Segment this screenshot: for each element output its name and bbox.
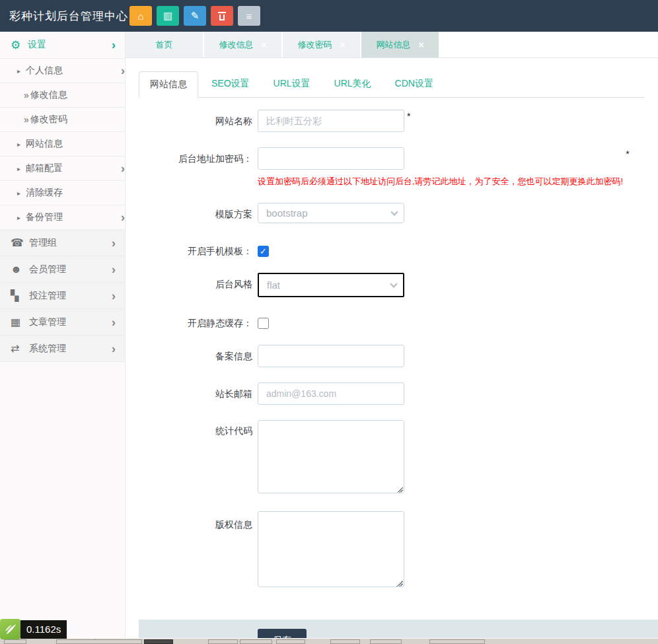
content-panel: 网站信息 SEO设置 URL设置 URL美化 CDN设置 网站名称 * 后台地址…	[126, 58, 658, 638]
home-icon: ⌂	[137, 11, 143, 22]
close-icon[interactable]: ×	[340, 40, 345, 50]
chevron-right-icon: ›	[121, 66, 125, 75]
template-select[interactable]: bootstrap	[258, 203, 404, 223]
tab-url-settings[interactable]: URL设置	[263, 71, 321, 97]
recycle-icon: ⇄	[11, 342, 29, 355]
check-icon: ✓	[260, 246, 267, 256]
tab-site-info[interactable]: 网站信息 ×	[361, 32, 439, 57]
chevron-right-icon: ›	[112, 318, 116, 327]
main-area: 首页 修改信息 × 修改密码 × 网站信息 × 网站信息 SEO设置 URL设置…	[126, 32, 658, 638]
sidebar-item-label: 会员管理	[29, 264, 112, 275]
sidebar-item-betting[interactable]: ▚ 投注管理 ›	[0, 283, 125, 309]
caret-right-icon: ▸	[17, 214, 20, 221]
chevron-right-icon: ›	[121, 164, 125, 173]
tab-home[interactable]: 首页	[126, 32, 203, 57]
double-angle-icon: »	[24, 90, 29, 100]
field-label: 后台地址加密码：	[139, 147, 252, 170]
grid-icon: ▥	[163, 10, 172, 22]
list-button[interactable]: ≡	[238, 6, 260, 26]
field-label: 网站名称	[139, 110, 252, 132]
sidebar-item-label: 清除缓存	[26, 187, 125, 199]
sidebar-item-label: 个人信息	[26, 65, 121, 77]
sidebar-item-email-config[interactable]: ▸ 邮箱配置 ›	[0, 157, 125, 181]
field-label: 统计代码	[139, 424, 252, 437]
caret-right-icon: ▸	[17, 190, 20, 197]
sidebar-item-label: 文章管理	[29, 316, 112, 328]
taskbar-button[interactable]	[370, 639, 402, 644]
sidebar-item-label: 投注管理	[29, 290, 112, 302]
content-navtabs: 网站信息 SEO设置 URL设置 URL美化 CDN设置	[139, 71, 645, 98]
field-label: 备案信息	[139, 345, 252, 367]
chevron-right-icon: ›	[112, 40, 116, 50]
tab-site-info-section[interactable]: 网站信息	[139, 71, 198, 98]
tab-seo-settings[interactable]: SEO设置	[201, 71, 260, 97]
taskbar-button[interactable]	[4, 639, 26, 644]
static-cache-checkbox[interactable]	[258, 318, 269, 329]
taskbar-button[interactable]	[208, 639, 238, 644]
tab-url-beautify[interactable]: URL美化	[324, 71, 382, 97]
users-icon: ☻	[11, 264, 29, 275]
form-row-stats-code: 统计代码	[139, 420, 645, 496]
field-label: 站长邮箱	[139, 382, 252, 405]
sidebar-item-articles[interactable]: ▦ 文章管理 ›	[0, 309, 125, 336]
tab-modify-password[interactable]: 修改密码 ×	[283, 32, 360, 57]
sidebar-item-site-info[interactable]: ▸ 网站信息	[0, 132, 125, 157]
chevron-right-icon: ›	[112, 238, 116, 248]
chevron-right-icon: ›	[112, 265, 116, 274]
taskbar-button-active[interactable]	[144, 639, 173, 644]
site-name-input[interactable]	[258, 110, 404, 132]
header-toolbar: ⌂ ▥ ✎ ≡	[129, 6, 260, 26]
sidebar-item-modify-password[interactable]: » 修改密码	[0, 108, 125, 132]
taskbar-button[interactable]	[240, 639, 272, 644]
webmaster-email-input[interactable]	[258, 382, 404, 405]
edit-button[interactable]: ✎	[184, 6, 206, 26]
site-info-form: 网站名称 * 后台地址加密码： 设置加密码后必须通过以下地址访问后台,请劳记此地…	[139, 110, 645, 638]
double-angle-icon: »	[24, 114, 29, 125]
chevron-right-icon: ›	[121, 213, 125, 222]
app-title: 彩种计划后台管理中心	[0, 9, 129, 24]
caret-right-icon: ▸	[17, 67, 20, 75]
trash-button[interactable]	[211, 6, 233, 26]
form-row-mobile-template: 开启手机模板： ✓	[139, 240, 645, 258]
tab-label: 修改密码	[297, 39, 332, 51]
sidebar-item-personal-info[interactable]: ▸ 个人信息 ›	[0, 59, 125, 83]
thinkphp-leaf-icon	[0, 619, 20, 639]
modules-button[interactable]: ▥	[157, 6, 179, 26]
sidebar-item-settings[interactable]: ⚙ 设置 ›	[0, 32, 125, 59]
sidebar-item-members[interactable]: ☻ 会员管理 ›	[0, 256, 125, 283]
tab-label: 网站信息	[376, 39, 410, 51]
home-button[interactable]: ⌂	[129, 6, 152, 26]
form-row-admin-style: 后台风格 flat	[139, 273, 645, 297]
taskbar-button[interactable]	[276, 639, 305, 644]
field-label: 开启手机模板：	[139, 244, 252, 258]
required-marker: *	[626, 147, 629, 161]
taskbar-button[interactable]	[330, 639, 360, 644]
runtime-time: 0.1162s	[20, 620, 67, 639]
sidebar-item-system[interactable]: ⇄ 系统管理 ›	[0, 336, 125, 362]
sidebar-item-modify-info[interactable]: » 修改信息	[0, 83, 125, 108]
save-button[interactable]: 保存	[258, 629, 307, 638]
sidebar-item-clear-cache[interactable]: ▸ 清除缓存	[0, 181, 125, 205]
taskbar-button[interactable]	[429, 639, 485, 644]
icp-input[interactable]	[258, 345, 404, 367]
caret-right-icon: ▸	[17, 165, 20, 172]
admin-path-input[interactable]	[258, 147, 404, 170]
form-row-static-cache: 开启静态缓存：	[139, 312, 645, 330]
tab-cdn-settings[interactable]: CDN设置	[384, 71, 444, 97]
mobile-template-checkbox[interactable]: ✓	[258, 246, 269, 257]
sidebar-item-label: 网站信息	[26, 138, 125, 150]
taskbar-button[interactable]	[56, 639, 142, 644]
list-icon: ≡	[246, 11, 252, 22]
close-icon[interactable]: ×	[418, 40, 423, 50]
sidebar-item-admin-group[interactable]: ☎ 管理组 ›	[0, 230, 125, 256]
tab-modify-info[interactable]: 修改信息 ×	[204, 32, 281, 57]
field-label: 后台风格	[139, 273, 252, 295]
th-grid-icon: ▦	[11, 316, 29, 328]
copyright-textarea[interactable]	[258, 511, 404, 587]
admin-style-select[interactable]: flat	[258, 273, 404, 297]
admin-path-warning: 设置加密码后必须通过以下地址访问后台,请劳记此地址，为了安全，您也可以定期更换此…	[258, 176, 623, 188]
stats-code-textarea[interactable]	[258, 420, 404, 493]
sidebar-item-backup[interactable]: ▸ 备份管理 ›	[0, 205, 125, 230]
top-header: 彩种计划后台管理中心 ⌂ ▥ ✎ ≡	[0, 0, 658, 32]
close-icon[interactable]: ×	[261, 40, 266, 50]
